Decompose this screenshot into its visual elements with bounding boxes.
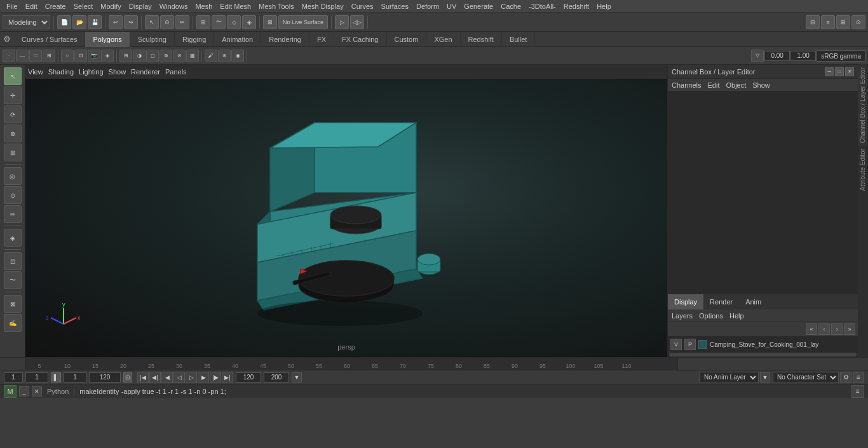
lp-menu-layers[interactable]: Layers	[672, 312, 693, 320]
snap-curve-btn[interactable]: 〜	[212, 15, 226, 29]
layer-p-btn[interactable]: P	[684, 339, 696, 350]
layer-scrollbar[interactable]	[669, 353, 857, 356]
xray-btn[interactable]: ⊗	[159, 50, 172, 62]
transport-next[interactable]: ▶	[198, 372, 209, 383]
anim-layer-dropdown[interactable]: No Anim Layer	[700, 372, 759, 383]
menu-mesh-tools[interactable]: Mesh Tools	[255, 0, 297, 13]
channel-box-vertical-tab[interactable]: Channel Box / Layer Editor	[858, 65, 868, 146]
save-file-btn[interactable]: 💾	[88, 15, 102, 29]
measurement-btn[interactable]: ⊠	[4, 295, 22, 313]
range-start-input[interactable]	[25, 372, 48, 383]
maya-logo-btn[interactable]: M	[4, 385, 17, 398]
playback-speed-input[interactable]	[236, 372, 261, 383]
show-manip-btn[interactable]: ◈	[4, 229, 22, 247]
snap-point-btn[interactable]: ◇	[227, 15, 241, 29]
camera-btn[interactable]: 📷	[88, 50, 100, 62]
cb-maximize-btn[interactable]: □	[835, 67, 844, 76]
frame-step-input[interactable]	[64, 372, 86, 383]
transport-play-back[interactable]: ◁	[173, 372, 185, 383]
cb-minimize-btn[interactable]: ─	[825, 67, 834, 76]
attribute-editor-vertical-tab[interactable]: Attribute Editor	[858, 146, 868, 193]
select-tool-btn[interactable]: ↖	[4, 67, 22, 85]
snap-to-curve-btn[interactable]: 〜	[4, 271, 22, 289]
viewport[interactable]: View Shading Lighting Show Renderer Pane…	[25, 65, 667, 357]
tab-sculpting[interactable]: Sculpting	[130, 32, 175, 47]
menu-curves[interactable]: Curves	[348, 0, 377, 13]
component-vertex-btn[interactable]: ·	[3, 50, 15, 62]
transport-key-first[interactable]: |◀	[137, 372, 149, 383]
menu-modify[interactable]: Modify	[97, 0, 125, 13]
sculpt2-btn[interactable]: ◉	[231, 50, 244, 62]
menu-surfaces[interactable]: Surfaces	[377, 0, 412, 13]
shading-btn[interactable]: ◑	[133, 50, 146, 62]
gamma-val-input[interactable]	[764, 51, 790, 61]
minimize-window-btn[interactable]: _	[19, 386, 29, 397]
timeline-ruler[interactable]: 5 10 15 20 25 30 35 40 45 50 55 60 65 70…	[25, 358, 677, 370]
render-btn[interactable]: ▷	[335, 15, 349, 29]
paint-select-btn[interactable]: ✏	[175, 15, 189, 29]
tab-rendering[interactable]: Rendering	[261, 32, 309, 47]
lp-menu-options[interactable]: Options	[699, 312, 723, 320]
texture-btn[interactable]: ▦	[186, 50, 199, 62]
component-face-btn[interactable]: □	[29, 50, 42, 62]
menu-select[interactable]: Select	[70, 0, 97, 13]
move-tool-btn[interactable]: ✛	[4, 86, 22, 104]
ch-menu-object[interactable]: Object	[726, 81, 746, 89]
display-settings-btn[interactable]: ⊟	[806, 15, 820, 29]
menu-file[interactable]: File	[3, 0, 22, 13]
menu-uv[interactable]: UV	[443, 0, 460, 13]
scale-tool-btn[interactable]: ⊕	[4, 125, 22, 142]
snap-grid-btn[interactable]: ⊞	[196, 15, 210, 29]
menu-windows[interactable]: Windows	[156, 0, 192, 13]
isolate-btn[interactable]: ◈	[101, 50, 114, 62]
tab-settings-icon[interactable]: ⚙	[0, 32, 14, 47]
lp-tab-display[interactable]: Display	[668, 294, 703, 309]
menu-generate[interactable]: Generate	[460, 0, 497, 13]
transport-prev-key[interactable]: ◀|	[149, 372, 161, 383]
menu-edit-mesh[interactable]: Edit Mesh	[216, 0, 255, 13]
anim-layer-options-btn[interactable]: ▼	[760, 372, 770, 383]
grid-btn[interactable]: ⊞	[119, 50, 132, 62]
lp-menu-help[interactable]: Help	[729, 312, 744, 320]
tab-animation[interactable]: Animation	[214, 32, 261, 47]
tab-rigging[interactable]: Rigging	[175, 32, 214, 47]
redo-btn[interactable]: ↪	[124, 15, 138, 29]
snap-to-grid-btn[interactable]: ⊡	[4, 252, 22, 270]
cb-close-btn[interactable]: ✕	[845, 67, 854, 76]
ch-menu-edit[interactable]: Edit	[707, 81, 719, 89]
tab-redshift[interactable]: Redshift	[461, 32, 502, 47]
tab-curves-surfaces[interactable]: Curves / Surfaces	[14, 32, 85, 47]
menu-cache[interactable]: Cache	[497, 0, 525, 13]
range-max-input[interactable]	[89, 372, 121, 383]
transport-prev[interactable]: ◀	[161, 372, 173, 383]
end-frame-input[interactable]	[264, 372, 289, 383]
tab-xgen[interactable]: XGen	[426, 32, 460, 47]
soft-select-btn[interactable]: ○	[61, 50, 74, 62]
close-window-btn[interactable]: ✕	[32, 386, 42, 397]
universal-manip-btn[interactable]: ⊞	[4, 144, 22, 161]
menu-create[interactable]: Create	[41, 0, 70, 13]
new-file-btn[interactable]: 📄	[57, 15, 71, 29]
menu-3dtall[interactable]: -3DtoAll-	[525, 0, 560, 13]
artisan-btn[interactable]: ⊛	[218, 50, 231, 62]
tab-fx[interactable]: FX	[309, 32, 334, 47]
menu-display[interactable]: Display	[125, 0, 156, 13]
current-frame-input[interactable]	[4, 372, 23, 383]
open-file-btn[interactable]: 📂	[72, 15, 86, 29]
smooth-btn[interactable]: ⊘	[173, 50, 186, 62]
gamma-val2-input[interactable]	[790, 51, 816, 61]
range-options-btn[interactable]: ▼	[292, 372, 302, 383]
undo-btn[interactable]: ↩	[109, 15, 123, 29]
script-editor-btn[interactable]: ≡	[851, 385, 864, 398]
attr-editor-btn[interactable]: ⊞	[836, 15, 850, 29]
component-edge-btn[interactable]: —	[16, 50, 29, 62]
layer-v-btn[interactable]: V	[670, 339, 682, 350]
snap-surface-btn[interactable]: ◈	[242, 15, 256, 29]
view-menu-shading[interactable]: Shading	[48, 68, 74, 76]
annotation-btn[interactable]: ✍	[4, 314, 22, 332]
menu-mesh-display[interactable]: Mesh Display	[298, 0, 348, 13]
ch-menu-channels[interactable]: Channels	[672, 81, 701, 89]
lp-tab-render[interactable]: Render	[703, 294, 739, 309]
ipr-btn[interactable]: ◁▷	[350, 15, 364, 29]
view-menu-view[interactable]: View	[28, 68, 43, 76]
